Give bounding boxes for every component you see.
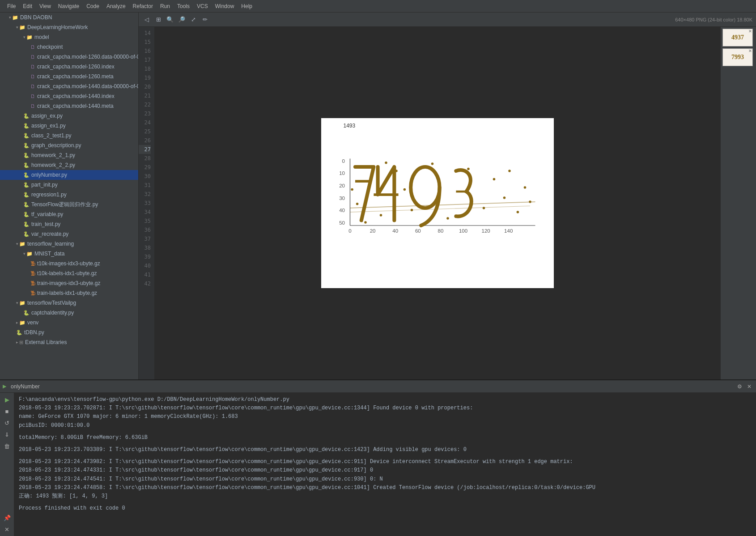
tree-label-model1260data: crack_capcha.model-1260.data-00000-of-00… <box>37 54 139 60</box>
log-line-3: pciBusID: 0000:01:00.0 <box>19 421 752 430</box>
run-output: F:\anacanda\envs\tensorflow-gpu\python.e… <box>14 393 756 536</box>
svg-point-20 <box>356 203 358 205</box>
svg-text:40: 40 <box>392 228 398 234</box>
tree-item-tf-testvailpg[interactable]: ▾ 📁 tensorflowTestVailpg <box>0 298 138 308</box>
tree-item-model[interactable]: ▾ 📁 model <box>0 32 138 42</box>
folder-icon: 📁 <box>26 34 33 40</box>
file-icon: 🐍 <box>23 123 30 129</box>
toolbar-pencil[interactable]: ✏ <box>200 15 209 24</box>
settings-btn[interactable]: ⚙ <box>735 383 743 391</box>
menu-refactor[interactable]: Refactor <box>129 3 157 9</box>
svg-text:20: 20 <box>370 228 375 234</box>
run-close-btn[interactable]: ✕ <box>2 524 12 534</box>
close-run-btn[interactable]: ✕ <box>745 383 753 391</box>
svg-point-29 <box>503 196 505 199</box>
tree-label-model1260meta: crack_capcha.model-1260.meta <box>37 73 114 80</box>
svg-text:60: 60 <box>415 228 420 234</box>
tree-item-model1440data[interactable]: 🗋 crack_capcha.model-1440.data-00000-of-… <box>0 81 138 91</box>
toolbar-zoom-in[interactable]: 🔍 <box>166 15 174 24</box>
tree-item-graph-desc[interactable]: 🐍 graph_description.py <box>0 140 138 150</box>
tree-item-model1260data[interactable]: 🗋 crack_capcha.model-1260.data-00000-of-… <box>0 52 138 62</box>
svg-point-21 <box>379 214 382 217</box>
run-clear-btn[interactable]: 🗑 <box>2 441 12 451</box>
tree-item-mnist-data[interactable]: ▾ 📁 MNIST_data <box>0 249 138 259</box>
tree-item-model1260meta[interactable]: 🗋 crack_capcha.model-1260.meta <box>0 72 138 81</box>
tree-item-tf-logic[interactable]: 🐍 TensorFlow逻辑回归作业.py <box>0 200 138 209</box>
tree-item-model1440index[interactable]: 🗋 crack_capcha.model-1440.index <box>0 91 138 101</box>
tree-item-dlhw[interactable]: ▾ 📁 DeepLearningHomeWork <box>0 22 138 32</box>
menu-vcs[interactable]: VCS <box>193 3 212 9</box>
svg-point-22 <box>395 170 398 172</box>
tree-item-dbn[interactable]: ▾ 📁 DBN DAOBN <box>0 13 138 22</box>
tree-item-assign-ex[interactable]: 🐍 assign_ex.py <box>0 111 138 121</box>
run-play-btn[interactable]: ▶ <box>2 395 12 404</box>
tree-label-graph-desc: graph_description.py <box>31 142 81 149</box>
tree-item-hw21[interactable]: 🐍 homework_2_1.py <box>0 150 138 160</box>
menu-navigate[interactable]: Navigate <box>55 3 83 9</box>
tree-item-captchal[interactable]: 🐍 captchaldentity.py <box>0 308 138 318</box>
tree-label-model1440data: crack_capcha.model-1440.data-00000-of-00… <box>37 83 139 89</box>
tree-item-class2[interactable]: 🐍 class_2_test1.py <box>0 131 138 140</box>
tree-label-model1260index: crack_capcha.model-1260.index <box>37 64 115 70</box>
menu-run[interactable]: Run <box>157 3 174 9</box>
run-pin-btn[interactable]: 📌 <box>2 513 12 523</box>
thumbnail-1[interactable]: 4937 ✕ <box>722 29 753 47</box>
menu-file[interactable]: File <box>4 3 19 9</box>
tree-label-checkpoint: checkpoint <box>37 44 63 50</box>
tree-item-assign-ex1[interactable]: 🐍 assign_ex1.py <box>0 121 138 131</box>
tree-label-tf-learning: tensorflow_learning <box>27 241 74 247</box>
tree-item-onlynumber[interactable]: 🐍 onlyNumber.py <box>0 170 138 180</box>
tree-label-captchal: captchaldentity.py <box>31 310 74 316</box>
tree-item-tf-learning[interactable]: ▾ 📁 tensorflow_learning <box>0 239 138 249</box>
thumbnail-2[interactable]: 7993 ✕ <box>722 48 753 66</box>
menu-tools[interactable]: Tools <box>174 3 193 9</box>
tree-item-model1260index[interactable]: 🗋 crack_capcha.model-1260.index <box>0 62 138 72</box>
expand-arrow: ▾ <box>16 25 18 30</box>
menu-analyze[interactable]: Analyze <box>103 3 129 9</box>
menu-help[interactable]: Help <box>238 3 256 9</box>
run-scrolllock-btn[interactable]: ⇓ <box>2 430 12 439</box>
menu-view[interactable]: View <box>36 3 55 9</box>
thumbnail-1-close[interactable]: ✕ <box>748 29 752 34</box>
toolbar-grid[interactable]: ⊞ <box>154 15 163 24</box>
file-icon: 🗋 <box>30 103 35 109</box>
tree-item-partinit[interactable]: 🐍 part_init.py <box>0 180 138 190</box>
run-rerun-btn[interactable]: ↺ <box>2 418 12 428</box>
tree-item-checkpoint[interactable]: 🗋 checkpoint <box>0 42 138 52</box>
svg-point-33 <box>403 188 406 191</box>
thumbnail-2-close[interactable]: ✕ <box>748 49 752 53</box>
tree-item-hw22[interactable]: 🐍 homework_2_2.py <box>0 160 138 170</box>
toolbar-actual-size[interactable]: ⤢ <box>189 15 198 24</box>
thumbnail-2-label: 7993 <box>731 54 744 61</box>
tree-item-tdbn[interactable]: 🐍 tDBN.py <box>0 328 138 337</box>
menu-edit[interactable]: Edit <box>19 3 36 9</box>
tree-item-train-images[interactable]: 🗜 train-images-idx3-ubyte.gz <box>0 278 138 288</box>
tree-item-t10k-labels[interactable]: 🗜 t10k-labels-idx1-ubyte.gz <box>0 268 138 278</box>
tree-item-venv[interactable]: ▸ 📁 venv <box>0 318 138 328</box>
tree-label-tf-logic: TensorFlow逻辑回归作业.py <box>31 201 98 208</box>
log-process-exit: Process finished with exit code 0 <box>19 504 752 513</box>
toolbar-zoom-out[interactable]: 🔎 <box>177 15 186 24</box>
thumbnail-1-label: 4937 <box>731 34 744 41</box>
tree-item-ext-libs[interactable]: ▸ ⊞ External Libraries <box>0 337 138 347</box>
menu-window[interactable]: Window <box>212 3 238 9</box>
tree-item-var-recreate[interactable]: 🐍 var_recreate.py <box>0 229 138 239</box>
folder-icon: 📁 <box>19 241 25 247</box>
file-icon: 🗋 <box>30 54 35 60</box>
svg-text:80: 80 <box>437 228 443 234</box>
file-icon: 🐍 <box>23 162 30 168</box>
toolbar-prev-image[interactable]: ◁ <box>142 15 151 24</box>
menu-code[interactable]: Code <box>83 3 103 9</box>
tree-item-regression1[interactable]: 🐍 regression1.py <box>0 190 138 200</box>
tree-label-t10k-images: t10k-images-idx3-ubyte.gz <box>37 260 100 267</box>
tree-item-model1440meta[interactable]: 🗋 crack_capcha.model-1440.meta <box>0 101 138 111</box>
folder-icon: 📁 <box>26 251 33 257</box>
tree-item-train-test[interactable]: 🐍 train_test.py <box>0 219 138 229</box>
tree-item-t10k-images[interactable]: 🗜 t10k-images-idx3-ubyte.gz <box>0 259 138 268</box>
run-stop-btn[interactable]: ■ <box>2 406 12 416</box>
folder-icon: 📁 <box>19 320 25 326</box>
editor-content: 1493 0 10 20 30 40 50 0 <box>154 27 720 379</box>
tree-item-tf-variable[interactable]: 🐍 tf_variable.py <box>0 209 138 219</box>
expand-arrow: ▾ <box>16 242 18 246</box>
tree-item-train-labels[interactable]: 🗜 train-labels-idx1-ubyte.gz <box>0 288 138 298</box>
